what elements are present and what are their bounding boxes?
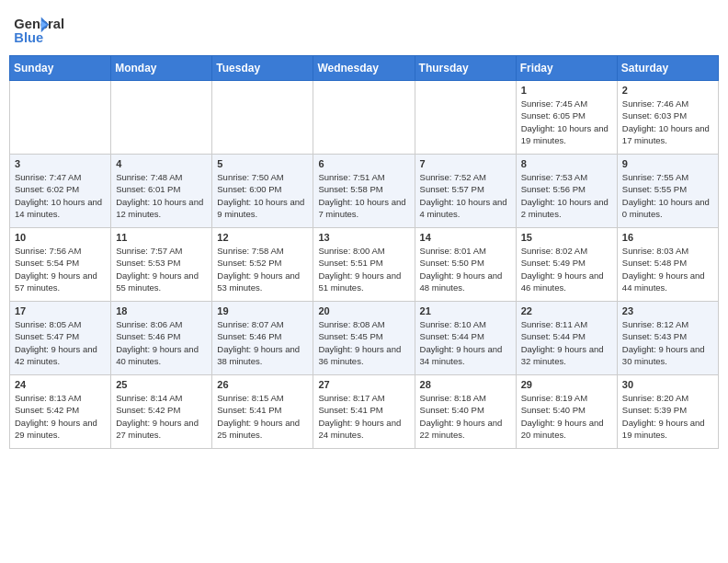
day-number: 8 [521,158,612,169]
day-number: 26 [217,379,308,390]
calendar-cell: 28Sunrise: 8:18 AM Sunset: 5:40 PM Dayli… [415,375,516,449]
calendar-cell: 23Sunrise: 8:12 AM Sunset: 5:43 PM Dayli… [617,302,718,375]
day-number: 15 [521,232,612,243]
col-header-tuesday: Tuesday [212,56,313,81]
calendar-cell: 16Sunrise: 8:03 AM Sunset: 5:48 PM Dayli… [617,228,718,302]
logo-icon: General Blue [9,9,83,48]
calendar-cell: 13Sunrise: 8:00 AM Sunset: 5:51 PM Dayli… [313,228,415,302]
calendar-cell: 11Sunrise: 7:57 AM Sunset: 5:53 PM Dayli… [111,228,212,302]
day-number: 6 [318,158,409,169]
calendar-cell [313,81,415,155]
calendar-cell: 10Sunrise: 7:56 AM Sunset: 5:54 PM Dayli… [10,228,111,302]
calendar-week-row: 1Sunrise: 7:45 AM Sunset: 6:05 PM Daylig… [10,81,719,155]
col-header-friday: Friday [516,56,617,81]
svg-text:General: General [14,17,64,31]
day-info: Sunrise: 8:00 AM Sunset: 5:51 PM Dayligh… [318,245,409,293]
day-info: Sunrise: 8:13 AM Sunset: 5:42 PM Dayligh… [15,392,106,441]
calendar-cell [111,81,212,155]
day-number: 2 [622,85,713,96]
col-header-monday: Monday [111,56,212,81]
day-number: 12 [217,232,308,243]
logo: General Blue [9,9,83,48]
day-number: 28 [420,379,511,390]
day-number: 10 [15,232,106,243]
day-number: 17 [15,305,106,316]
calendar-week-row: 17Sunrise: 8:05 AM Sunset: 5:47 PM Dayli… [10,302,719,375]
day-info: Sunrise: 7:51 AM Sunset: 5:58 PM Dayligh… [318,171,409,220]
day-info: Sunrise: 8:10 AM Sunset: 5:44 PM Dayligh… [420,318,511,367]
day-info: Sunrise: 8:17 AM Sunset: 5:41 PM Dayligh… [318,392,409,441]
calendar-cell: 1Sunrise: 7:45 AM Sunset: 6:05 PM Daylig… [516,81,617,155]
day-info: Sunrise: 7:53 AM Sunset: 5:56 PM Dayligh… [521,171,612,220]
calendar-cell: 14Sunrise: 8:01 AM Sunset: 5:50 PM Dayli… [415,228,516,302]
calendar-cell: 17Sunrise: 8:05 AM Sunset: 5:47 PM Dayli… [10,302,111,375]
day-info: Sunrise: 8:01 AM Sunset: 5:50 PM Dayligh… [420,245,511,293]
day-info: Sunrise: 8:05 AM Sunset: 5:47 PM Dayligh… [15,318,106,367]
calendar-header-row: SundayMondayTuesdayWednesdayThursdayFrid… [10,56,719,81]
calendar-cell: 8Sunrise: 7:53 AM Sunset: 5:56 PM Daylig… [516,155,617,228]
day-number: 1 [521,85,612,96]
calendar-week-row: 24Sunrise: 8:13 AM Sunset: 5:42 PM Dayli… [10,375,719,449]
calendar-cell: 6Sunrise: 7:51 AM Sunset: 5:58 PM Daylig… [313,155,415,228]
calendar-cell: 20Sunrise: 8:08 AM Sunset: 5:45 PM Dayli… [313,302,415,375]
day-info: Sunrise: 7:57 AM Sunset: 5:53 PM Dayligh… [116,245,207,293]
calendar-cell: 3Sunrise: 7:47 AM Sunset: 6:02 PM Daylig… [10,155,111,228]
day-number: 30 [622,379,713,390]
day-number: 24 [15,379,106,390]
calendar-week-row: 3Sunrise: 7:47 AM Sunset: 6:02 PM Daylig… [10,155,719,228]
col-header-wednesday: Wednesday [313,56,415,81]
calendar-table: SundayMondayTuesdayWednesdayThursdayFrid… [9,55,719,449]
day-number: 11 [116,232,207,243]
calendar-cell: 5Sunrise: 7:50 AM Sunset: 6:00 PM Daylig… [212,155,313,228]
calendar-week-row: 10Sunrise: 7:56 AM Sunset: 5:54 PM Dayli… [10,228,719,302]
col-header-sunday: Sunday [10,56,111,81]
day-info: Sunrise: 8:18 AM Sunset: 5:40 PM Dayligh… [420,392,511,441]
day-info: Sunrise: 7:56 AM Sunset: 5:54 PM Dayligh… [15,245,106,293]
day-info: Sunrise: 7:58 AM Sunset: 5:52 PM Dayligh… [217,245,308,293]
day-info: Sunrise: 8:06 AM Sunset: 5:46 PM Dayligh… [116,318,207,367]
day-info: Sunrise: 8:14 AM Sunset: 5:42 PM Dayligh… [116,392,207,441]
day-number: 27 [318,379,409,390]
day-info: Sunrise: 8:02 AM Sunset: 5:49 PM Dayligh… [521,245,612,293]
calendar-cell: 24Sunrise: 8:13 AM Sunset: 5:42 PM Dayli… [10,375,111,449]
day-number: 13 [318,232,409,243]
day-number: 16 [622,232,713,243]
day-number: 25 [116,379,207,390]
calendar-cell: 7Sunrise: 7:52 AM Sunset: 5:57 PM Daylig… [415,155,516,228]
day-info: Sunrise: 8:08 AM Sunset: 5:45 PM Dayligh… [318,318,409,367]
day-info: Sunrise: 7:55 AM Sunset: 5:55 PM Dayligh… [622,171,713,220]
day-number: 22 [521,305,612,316]
day-info: Sunrise: 8:20 AM Sunset: 5:39 PM Dayligh… [622,392,713,441]
day-info: Sunrise: 8:19 AM Sunset: 5:40 PM Dayligh… [521,392,612,441]
day-info: Sunrise: 8:12 AM Sunset: 5:43 PM Dayligh… [622,318,713,367]
calendar-cell: 26Sunrise: 8:15 AM Sunset: 5:41 PM Dayli… [212,375,313,449]
day-number: 20 [318,305,409,316]
day-number: 18 [116,305,207,316]
day-number: 7 [420,158,511,169]
day-info: Sunrise: 7:52 AM Sunset: 5:57 PM Dayligh… [420,171,511,220]
day-info: Sunrise: 7:45 AM Sunset: 6:05 PM Dayligh… [521,98,612,146]
day-number: 9 [622,158,713,169]
calendar-cell: 9Sunrise: 7:55 AM Sunset: 5:55 PM Daylig… [617,155,718,228]
calendar-cell [10,81,111,155]
day-number: 3 [15,158,106,169]
day-info: Sunrise: 7:47 AM Sunset: 6:02 PM Dayligh… [15,171,106,220]
calendar-cell: 12Sunrise: 7:58 AM Sunset: 5:52 PM Dayli… [212,228,313,302]
calendar-cell: 25Sunrise: 8:14 AM Sunset: 5:42 PM Dayli… [111,375,212,449]
day-number: 4 [116,158,207,169]
svg-text:Blue: Blue [14,30,43,45]
day-info: Sunrise: 8:03 AM Sunset: 5:48 PM Dayligh… [622,245,713,293]
day-info: Sunrise: 7:46 AM Sunset: 6:03 PM Dayligh… [622,98,713,146]
day-info: Sunrise: 8:11 AM Sunset: 5:44 PM Dayligh… [521,318,612,367]
calendar-cell: 18Sunrise: 8:06 AM Sunset: 5:46 PM Dayli… [111,302,212,375]
calendar-cell: 30Sunrise: 8:20 AM Sunset: 5:39 PM Dayli… [617,375,718,449]
day-number: 29 [521,379,612,390]
calendar-cell [415,81,516,155]
day-number: 5 [217,158,308,169]
day-info: Sunrise: 8:15 AM Sunset: 5:41 PM Dayligh… [217,392,308,441]
calendar-cell: 2Sunrise: 7:46 AM Sunset: 6:03 PM Daylig… [617,81,718,155]
calendar-cell: 15Sunrise: 8:02 AM Sunset: 5:49 PM Dayli… [516,228,617,302]
calendar-cell: 21Sunrise: 8:10 AM Sunset: 5:44 PM Dayli… [415,302,516,375]
calendar-cell [212,81,313,155]
day-info: Sunrise: 7:50 AM Sunset: 6:00 PM Dayligh… [217,171,308,220]
